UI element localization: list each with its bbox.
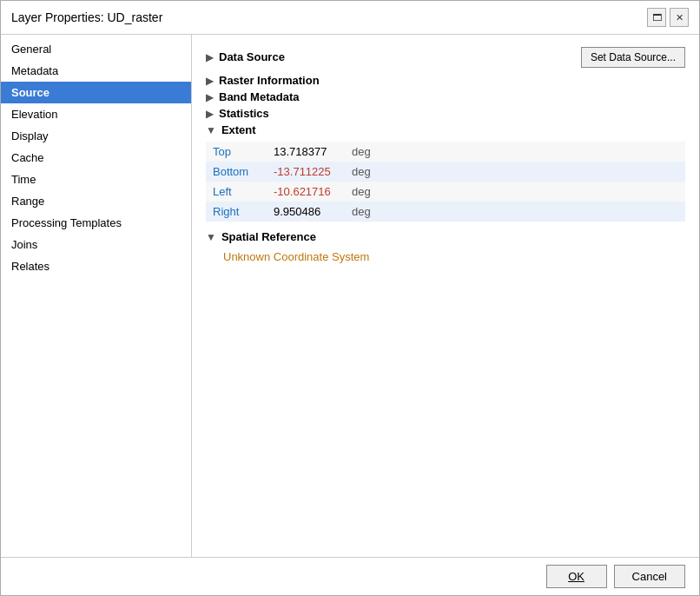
data-source-arrow[interactable]: ▶ [206, 51, 214, 63]
close-button[interactable]: ✕ [670, 8, 689, 27]
extent-bottom-unit: deg [345, 162, 380, 182]
layer-properties-dialog: Layer Properties: UD_raster 🗖 ✕ General … [0, 0, 700, 596]
statistics-label: Statistics [219, 107, 269, 120]
main-panel: ▶ Data Source Set Data Source... ▶ Raste… [192, 35, 699, 557]
extent-top-unit: deg [345, 142, 380, 162]
extent-top-label: Top [206, 142, 267, 162]
table-row: Bottom -13.711225 deg [206, 162, 685, 182]
extent-section: ▼ Extent [206, 123, 685, 136]
extent-top-extra [380, 142, 685, 162]
spatial-reference-label: Spatial Reference [221, 230, 316, 243]
sidebar-item-display[interactable]: Display [1, 125, 191, 147]
extent-right-value: 9.950486 [267, 202, 345, 222]
sidebar-item-cache[interactable]: Cache [1, 147, 191, 169]
extent-arrow[interactable]: ▼ [206, 124, 216, 136]
extent-right-extra [380, 202, 685, 222]
statistics-arrow[interactable]: ▶ [206, 108, 214, 120]
sidebar-item-processing-templates[interactable]: Processing Templates [1, 212, 191, 234]
maximize-button[interactable]: 🗖 [647, 8, 666, 27]
raster-info-label: Raster Information [219, 74, 320, 87]
band-metadata-section: ▶ Band Metadata [206, 90, 685, 103]
band-metadata-arrow[interactable]: ▶ [206, 91, 214, 103]
raster-info-section: ▶ Raster Information [206, 74, 685, 87]
sidebar-item-joins[interactable]: Joins [1, 234, 191, 255]
extent-left-extra [380, 182, 685, 202]
data-source-header: ▶ Data Source Set Data Source... [206, 45, 685, 69]
extent-left-label: Left [206, 182, 267, 202]
spatial-reference-content: Unknown Coordinate System [206, 247, 685, 263]
extent-label: Extent [221, 123, 256, 136]
sidebar-item-source[interactable]: Source [1, 82, 191, 103]
ok-button[interactable]: OK [546, 565, 607, 588]
data-source-label: Data Source [219, 50, 285, 63]
sidebar-item-range[interactable]: Range [1, 190, 191, 212]
cancel-button[interactable]: Cancel [614, 565, 685, 588]
sidebar-item-elevation[interactable]: Elevation [1, 103, 191, 125]
data-source-title-row: ▶ Data Source [206, 50, 285, 63]
extent-bottom-extra [380, 162, 685, 182]
sidebar-item-general[interactable]: General [1, 38, 191, 60]
extent-left-value: -10.621716 [267, 182, 345, 202]
content-area: General Metadata Source Elevation Displa… [1, 35, 699, 557]
extent-table: Top 13.718377 deg Bottom -13.711225 deg … [206, 142, 685, 222]
unknown-coordinate-system-link[interactable]: Unknown Coordinate System [223, 250, 369, 263]
sidebar-item-time[interactable]: Time [1, 169, 191, 190]
table-row: Top 13.718377 deg [206, 142, 685, 162]
statistics-section: ▶ Statistics [206, 107, 685, 120]
table-row: Right 9.950486 deg [206, 202, 685, 222]
title-bar: Layer Properties: UD_raster 🗖 ✕ [1, 1, 699, 35]
dialog-title: Layer Properties: UD_raster [11, 10, 162, 24]
raster-info-arrow[interactable]: ▶ [206, 75, 214, 87]
extent-bottom-value: -13.711225 [267, 162, 345, 182]
spatial-reference-arrow[interactable]: ▼ [206, 231, 216, 243]
footer: OK Cancel [1, 557, 699, 595]
extent-left-unit: deg [345, 182, 380, 202]
band-metadata-label: Band Metadata [219, 90, 299, 103]
sidebar: General Metadata Source Elevation Displa… [1, 35, 192, 557]
title-controls: 🗖 ✕ [647, 8, 689, 27]
set-data-source-button[interactable]: Set Data Source... [581, 47, 685, 68]
spatial-reference-section: ▼ Spatial Reference [206, 230, 685, 243]
table-row: Left -10.621716 deg [206, 182, 685, 202]
extent-top-value: 13.718377 [267, 142, 345, 162]
extent-right-label: Right [206, 202, 267, 222]
sidebar-item-metadata[interactable]: Metadata [1, 60, 191, 82]
extent-right-unit: deg [345, 202, 380, 222]
extent-bottom-label: Bottom [206, 162, 267, 182]
sidebar-item-relates[interactable]: Relates [1, 255, 191, 277]
